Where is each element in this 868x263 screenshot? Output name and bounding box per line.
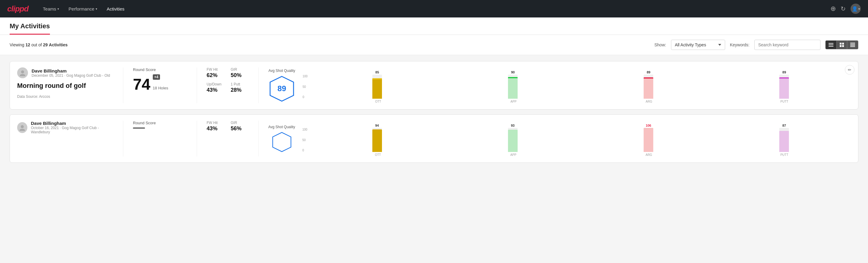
svg-point-12	[20, 74, 25, 76]
svg-rect-8	[850, 44, 855, 45]
stat-one-putt: 1 Putt 28%	[231, 82, 249, 93]
viewing-total: 29	[43, 42, 48, 47]
app-track	[508, 75, 518, 99]
y2-label-0: 0	[302, 149, 307, 152]
ott-fill	[372, 78, 382, 99]
nav-performance[interactable]: Performance ▾	[69, 6, 97, 11]
ott2-fill	[372, 129, 382, 152]
arg-track	[644, 75, 653, 99]
bar-app: 90	[446, 70, 580, 99]
user-row-1: Dave Billingham December 05, 2021 · Gog …	[17, 67, 114, 78]
nav-activities[interactable]: Activities	[107, 6, 125, 11]
user-name-2: Dave Billingham	[31, 121, 114, 126]
refresh-icon[interactable]: ↻	[841, 5, 846, 12]
updown-value: 43%	[207, 87, 225, 93]
score-badge-1: +4	[153, 74, 160, 80]
gir-label-2: GIR	[231, 121, 249, 125]
brand-logo[interactable]: clippd	[7, 4, 29, 13]
user-info-2: Dave Billingham October 16, 2021 · Gog M…	[31, 121, 114, 134]
avg-shot-quality-label-2: Avg Shot Quality	[268, 125, 295, 129]
fw-hit-label-2: FW Hit	[207, 121, 225, 125]
arg-value: 89	[647, 70, 650, 74]
svg-point-14	[21, 125, 24, 128]
y2-label-100: 100	[302, 128, 307, 131]
search-input[interactable]	[754, 40, 820, 50]
ott-value: 85	[375, 70, 379, 74]
updown-label: Up/Down	[207, 82, 225, 86]
stat-gir-2: GIR 56%	[231, 121, 249, 132]
hex-container: 89	[268, 75, 296, 102]
score-section-1: Round Score 74 +4 18 Holes	[133, 67, 187, 103]
list-compact-icon	[829, 43, 833, 47]
grid-icon	[840, 43, 844, 47]
hex-shape-2	[271, 132, 292, 152]
svg-rect-3	[840, 43, 841, 45]
user-date-1: December 05, 2021 · Gog Magog Golf Club …	[32, 74, 110, 78]
y-label-100: 100	[303, 75, 308, 78]
viewing-shown: 12	[26, 42, 30, 47]
gir-value: 50%	[231, 72, 249, 79]
data-source-1: Data Source: Arccos	[17, 94, 114, 99]
divider-4	[123, 121, 123, 156]
y-label-0: 0	[303, 95, 308, 99]
page-header: My Activities	[0, 18, 868, 35]
teams-chevron-icon: ▾	[57, 7, 59, 10]
arg-fill	[644, 77, 653, 99]
stat-fw-hit: FW Hit 62%	[207, 67, 225, 79]
round-score-label-1: Round Score	[133, 67, 187, 72]
filter-bar: Viewing 12 out of 29 Activities Show: Al…	[0, 35, 868, 55]
svg-rect-4	[842, 43, 844, 45]
ott2-track	[372, 128, 382, 152]
list-detail-icon	[850, 43, 855, 47]
activity-title-1[interactable]: Morning round of golf	[17, 82, 114, 90]
svg-rect-9	[850, 45, 855, 46]
user-info-1: Dave Billingham December 05, 2021 · Gog …	[32, 68, 110, 78]
putt2-fill	[779, 131, 789, 152]
ott-top	[372, 78, 382, 80]
stat-gir: GIR 50%	[231, 67, 249, 79]
svg-point-15	[20, 129, 25, 131]
score-value-1: 74	[133, 77, 150, 92]
stats-grid-1: FW Hit 62% GIR 50% Up/Down 43% 1 Putt 28…	[207, 67, 249, 93]
user-date-2: October 16, 2021 · Gog Magog Golf Club -…	[31, 126, 114, 134]
activity-card-2: Dave Billingham October 16, 2021 · Gog M…	[10, 114, 858, 163]
user-name-1: Dave Billingham	[32, 68, 110, 74]
add-activity-icon[interactable]: ⊕	[830, 5, 836, 12]
fw-hit-value: 62%	[207, 72, 225, 79]
activity-card-1: ✏ Dave Billingham December 05, 2021 · Go…	[10, 61, 858, 110]
stat-updown: Up/Down 43%	[207, 82, 225, 93]
one-putt-value: 28%	[231, 87, 249, 93]
edit-button-1[interactable]: ✏	[845, 65, 855, 75]
divider-1	[123, 67, 123, 103]
x2-label-arg: ARG	[582, 153, 715, 156]
x2-label-putt: PUTT	[718, 153, 851, 156]
viewing-count-text: Viewing 12 out of 29 Activities	[10, 42, 650, 47]
card-left-2: Dave Billingham October 16, 2021 · Gog M…	[17, 121, 114, 156]
app-top	[508, 77, 518, 78]
activity-type-select[interactable]: All Activity Types	[671, 40, 725, 50]
bar2-app: 93	[446, 124, 579, 152]
list-detail-view-button[interactable]	[847, 40, 858, 49]
arg2-fill	[644, 128, 653, 152]
grid-view-button[interactable]	[836, 40, 847, 49]
x-label-ott: OTT	[312, 100, 444, 103]
arg-top	[644, 77, 653, 79]
quality-score: 89	[278, 84, 286, 93]
user-avatar[interactable]: 👤 ▾	[850, 4, 861, 14]
x-label-app: APP	[447, 100, 580, 103]
list-compact-view-button[interactable]	[826, 40, 836, 49]
bar-putt: 89	[718, 70, 851, 99]
app-fill	[508, 77, 518, 99]
viewing-label: Activities	[49, 42, 68, 47]
putt2-value: 87	[782, 124, 786, 127]
nav-teams[interactable]: Teams ▾	[43, 6, 59, 11]
card-left-1: Dave Billingham December 05, 2021 · Gog …	[17, 67, 114, 103]
stat-fw-hit-2: FW Hit 43%	[207, 121, 225, 132]
x-label-putt: PUTT	[718, 100, 851, 103]
round-score-label-2: Round Score	[133, 121, 187, 125]
keywords-label: Keywords:	[730, 42, 749, 47]
quality-hex-wrapper: Avg Shot Quality 89	[268, 68, 296, 102]
top-nav: clippd Teams ▾ Performance ▾ Activities …	[0, 0, 868, 18]
gir-label: GIR	[231, 67, 249, 71]
app2-track	[508, 128, 518, 152]
